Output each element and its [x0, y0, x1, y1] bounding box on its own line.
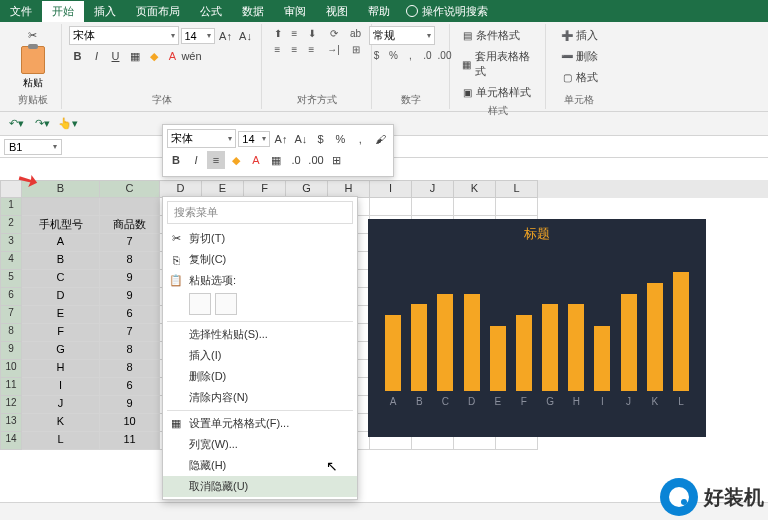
cell[interactable]: 8 [100, 252, 160, 270]
cell[interactable] [454, 198, 496, 216]
decrease-font-icon[interactable]: A↓ [237, 27, 255, 45]
tab-layout[interactable]: 页面布局 [126, 1, 190, 22]
row-header[interactable]: 12 [0, 396, 22, 414]
row-header[interactable]: 14 [0, 432, 22, 450]
comma-icon[interactable]: , [403, 48, 419, 62]
percent-icon[interactable]: % [386, 48, 402, 62]
row-header[interactable]: 1 [0, 198, 22, 216]
cell[interactable]: K [22, 414, 100, 432]
select-all-corner[interactable] [0, 180, 22, 198]
border-button[interactable]: ▦ [126, 47, 144, 65]
column-header[interactable]: I [370, 180, 412, 198]
font-color-button[interactable]: A [164, 47, 182, 65]
cell[interactable]: 9 [100, 288, 160, 306]
tab-review[interactable]: 审阅 [274, 1, 316, 22]
column-header[interactable]: K [454, 180, 496, 198]
column-header[interactable]: C [100, 180, 160, 198]
cell[interactable]: C [22, 270, 100, 288]
mini-currency-icon[interactable]: $ [312, 130, 330, 148]
cell[interactable]: 手机型号 [22, 216, 100, 234]
currency-icon[interactable]: $ [369, 48, 385, 62]
cell[interactable]: G [22, 342, 100, 360]
redo-button[interactable]: ↷▾ [32, 115, 52, 133]
paste-button[interactable]: ✂ 粘贴 [21, 26, 45, 90]
orientation-icon[interactable]: ⟳ [326, 26, 342, 40]
mini-percent-icon[interactable]: % [332, 130, 350, 148]
menu-hide[interactable]: 隐藏(H) [163, 455, 357, 476]
mini-format-painter-icon[interactable]: 🖌 [371, 130, 389, 148]
cell[interactable]: 10 [100, 414, 160, 432]
mini-bold-button[interactable]: B [167, 151, 185, 169]
row-header[interactable]: 10 [0, 360, 22, 378]
mini-increase-font-icon[interactable]: A↑ [272, 130, 290, 148]
menu-insert[interactable]: 插入(I) [163, 345, 357, 366]
cell[interactable] [22, 198, 100, 216]
align-top-icon[interactable]: ⬆ [270, 26, 286, 40]
cell[interactable]: D [22, 288, 100, 306]
cell[interactable]: 6 [100, 378, 160, 396]
column-header[interactable]: B [22, 180, 100, 198]
cell[interactable]: 9 [100, 270, 160, 288]
tab-formula[interactable]: 公式 [190, 1, 232, 22]
mini-merge-button[interactable]: ⊞ [327, 151, 345, 169]
embedded-chart[interactable]: 标题 ABCDEFGHIJKL [368, 219, 706, 437]
row-header[interactable]: 2 [0, 216, 22, 234]
tab-help[interactable]: 帮助 [358, 1, 400, 22]
align-bottom-icon[interactable]: ⬇ [304, 26, 320, 40]
paste-option-1[interactable] [189, 293, 211, 315]
row-header[interactable]: 3 [0, 234, 22, 252]
name-box[interactable]: B1▾ [4, 139, 62, 155]
cell[interactable]: 6 [100, 306, 160, 324]
cell[interactable]: E [22, 306, 100, 324]
number-format-combo[interactable]: 常规▾ [369, 26, 435, 45]
cell[interactable] [370, 198, 412, 216]
mini-font-combo[interactable]: 宋体▾ [167, 129, 236, 148]
cell[interactable]: I [22, 378, 100, 396]
cell[interactable]: L [22, 432, 100, 450]
cell[interactable]: H [22, 360, 100, 378]
row-header[interactable]: 6 [0, 288, 22, 306]
mini-comma-icon[interactable]: , [351, 130, 369, 148]
row-header[interactable]: 5 [0, 270, 22, 288]
merge-button[interactable]: ⊞ [348, 42, 364, 56]
insert-cells-button[interactable]: ➕插入 [556, 26, 602, 45]
mini-decimal-inc-icon[interactable]: .0 [287, 151, 305, 169]
tab-file[interactable]: 文件 [0, 1, 42, 22]
row-header[interactable]: 9 [0, 342, 22, 360]
conditional-format-button[interactable]: ▤条件格式 [456, 26, 539, 45]
increase-font-icon[interactable]: A↑ [217, 27, 235, 45]
cell[interactable]: 7 [100, 234, 160, 252]
cut-icon[interactable]: ✂ [24, 26, 42, 44]
mini-font-color-button[interactable]: A [247, 151, 265, 169]
align-right-icon[interactable]: ≡ [304, 42, 320, 56]
touch-mode-button[interactable]: 👆▾ [58, 115, 78, 133]
fill-color-button[interactable]: ◆ [145, 47, 163, 65]
cell[interactable]: 8 [100, 360, 160, 378]
align-middle-icon[interactable]: ≡ [287, 26, 303, 40]
phonetic-button[interactable]: wén [183, 47, 201, 65]
tab-insert[interactable]: 插入 [84, 1, 126, 22]
wrap-text-button[interactable]: ab [348, 26, 364, 40]
mini-border-button[interactable]: ▦ [267, 151, 285, 169]
indent-icon[interactable]: →| [326, 42, 342, 56]
undo-button[interactable]: ↶▾ [6, 115, 26, 133]
row-header[interactable]: 11 [0, 378, 22, 396]
format-cells-button[interactable]: ▢格式 [556, 68, 602, 87]
cell[interactable]: 7 [100, 324, 160, 342]
mini-italic-button[interactable]: I [187, 151, 205, 169]
cell[interactable] [496, 198, 538, 216]
cell[interactable]: F [22, 324, 100, 342]
cell[interactable]: J [22, 396, 100, 414]
cell[interactable] [412, 198, 454, 216]
cell[interactable]: 商品数 [100, 216, 160, 234]
menu-cut[interactable]: ✂剪切(T) [163, 228, 357, 249]
menu-delete[interactable]: 删除(D) [163, 366, 357, 387]
tell-me-search[interactable]: 操作说明搜索 [406, 4, 488, 19]
mini-fill-color-button[interactable]: ◆ [227, 151, 245, 169]
format-table-button[interactable]: ▦套用表格格式 [456, 47, 539, 81]
italic-button[interactable]: I [88, 47, 106, 65]
menu-unhide[interactable]: 取消隐藏(U) [163, 476, 357, 497]
cell[interactable] [100, 198, 160, 216]
column-header[interactable]: L [496, 180, 538, 198]
row-header[interactable]: 8 [0, 324, 22, 342]
